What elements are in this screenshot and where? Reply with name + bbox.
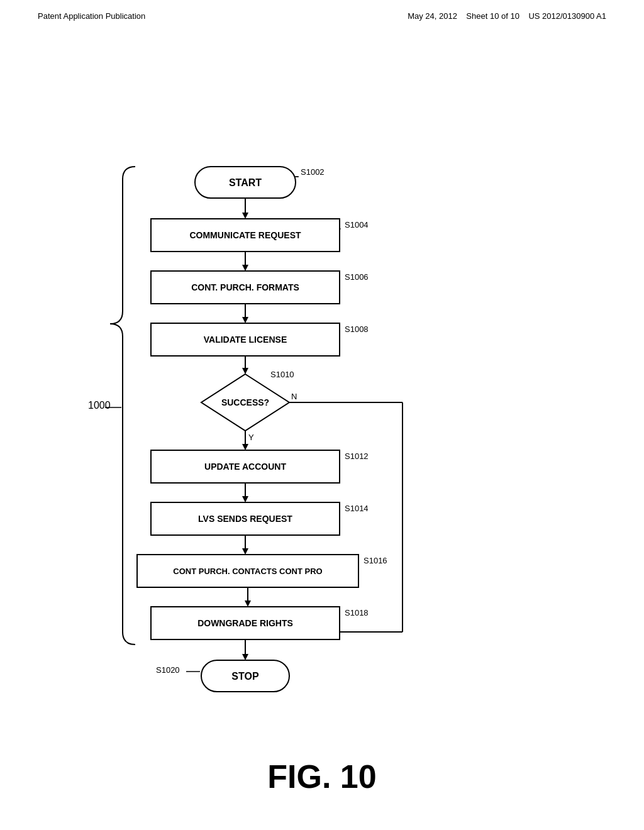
s1012-step: S1012: [345, 451, 369, 461]
n-label: N: [291, 392, 297, 401]
flowchart-svg: 1000 START S1002 COMMUNICATE REQUEST S10…: [0, 63, 644, 755]
header-left: Patent Application Publication: [38, 11, 145, 21]
s1002-label: S1002: [301, 167, 325, 177]
s1016-step: S1016: [364, 556, 387, 565]
arrow-s1016-s1018-head: [245, 600, 251, 607]
arrow-s1006-s1008-head: [242, 317, 248, 323]
s1006-step: S1006: [345, 272, 369, 282]
start-label: START: [229, 177, 262, 188]
arrow-s1008-s1010-head: [242, 368, 248, 374]
s1016-label: CONT PURCH. CONTACTS CONT PRO: [173, 567, 322, 576]
arrow-start-s1004-head: [242, 213, 248, 219]
s1010-step: S1010: [270, 370, 294, 379]
fig-caption: FIG. 10: [0, 758, 644, 795]
s1020-step: S1020: [156, 665, 180, 675]
s1004-label: COMMUNICATE REQUEST: [189, 230, 301, 240]
s1018-label: DOWNGRADE RIGHTS: [197, 618, 293, 628]
s1008-label: VALIDATE LICENSE: [204, 335, 287, 345]
arrow-s1014-s1016-head: [242, 548, 248, 555]
arrow-s1004-s1006-head: [242, 265, 248, 271]
s1018-step: S1018: [345, 608, 369, 617]
s1012-label: UPDATE ACCOUNT: [204, 462, 286, 472]
s1006-label: CONT. PURCH. FORMATS: [191, 282, 299, 292]
y-label: Y: [248, 433, 254, 442]
header-right: May 24, 2012 Sheet 10 of 10 US 2012/0130…: [408, 11, 606, 21]
arrow-s1018-stop-head: [242, 654, 248, 660]
s1010-label: SUCCESS?: [221, 397, 269, 407]
s1004-step: S1004: [345, 220, 369, 230]
s1014-step: S1014: [345, 504, 369, 513]
arrow-s1012-s1014-head: [242, 496, 248, 502]
bracket-path: [110, 167, 135, 645]
stop-label: STOP: [231, 671, 259, 682]
bracket-label: 1000: [88, 400, 111, 411]
s1008-step: S1008: [345, 324, 369, 334]
page-header: Patent Application Publication May 24, 2…: [0, 0, 644, 21]
s1014-label: LVS SENDS REQUEST: [198, 514, 292, 524]
arrow-y-head: [242, 444, 248, 450]
